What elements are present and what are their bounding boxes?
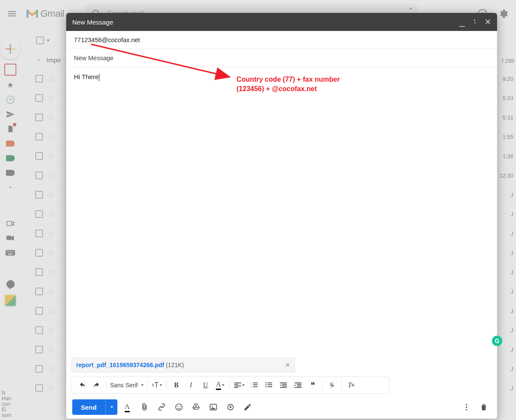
star-icon[interactable]: ☆ (47, 325, 55, 335)
compose-button[interactable] (0, 39, 21, 59)
svg-text:3: 3 (251, 386, 252, 388)
keyboard-icon[interactable] (5, 248, 15, 258)
italic-icon[interactable]: I (184, 378, 198, 392)
more-icon[interactable] (5, 182, 15, 193)
star-icon[interactable]: ☆ (47, 132, 55, 142)
menu-icon[interactable] (3, 4, 22, 23)
label1-icon[interactable] (5, 138, 15, 149)
align-icon[interactable] (233, 378, 246, 392)
attachment-chip[interactable]: report_pdf_1619659374266.pdf (121K) ✕ (71, 358, 295, 372)
to-field[interactable]: 77123456@cocofax.net (66, 31, 497, 49)
row-checkbox[interactable] (35, 288, 43, 295)
indent-less-icon[interactable] (276, 378, 290, 392)
starred-icon[interactable]: ★ (5, 80, 15, 90)
star-icon[interactable]: ☆ (47, 344, 55, 355)
svg-point-41 (212, 406, 213, 407)
star-icon[interactable]: ☆ (47, 267, 55, 277)
svg-point-38 (177, 406, 178, 407)
svg-rect-34 (297, 384, 301, 385)
video-icon[interactable] (5, 233, 15, 243)
svg-rect-10 (12, 251, 12, 252)
strikethrough-icon[interactable]: S (325, 378, 339, 392)
svg-point-45 (466, 406, 467, 408)
row-checkbox[interactable] (35, 113, 43, 121)
body-text: Hi There (74, 73, 98, 80)
minimize-icon[interactable]: _ (460, 21, 465, 23)
row-checkbox[interactable] (35, 346, 43, 353)
photo-icon[interactable] (206, 400, 221, 414)
send-options-icon[interactable] (105, 399, 117, 415)
star-icon[interactable]: ☆ (47, 93, 55, 103)
bold-icon[interactable]: B (169, 378, 183, 392)
format-toggle-icon[interactable]: A (120, 400, 135, 414)
avatar-icon[interactable] (4, 294, 17, 307)
attach-icon[interactable] (137, 400, 152, 414)
text-color-icon[interactable]: A (213, 378, 227, 392)
row-checkbox[interactable] (35, 230, 43, 237)
star-icon[interactable]: ☆ (47, 190, 55, 200)
redo-icon[interactable] (90, 378, 104, 392)
confidential-icon[interactable] (223, 400, 238, 414)
signature-icon[interactable] (240, 400, 255, 414)
select-dropdown-icon[interactable] (46, 40, 50, 42)
star-icon[interactable]: ☆ (47, 248, 55, 258)
compose-titlebar[interactable]: New Message _ ✕ (66, 13, 497, 31)
row-checkbox[interactable] (35, 172, 43, 179)
snoozed-icon[interactable]: 🕒 (5, 95, 15, 105)
row-checkbox[interactable] (35, 326, 43, 334)
link-icon[interactable] (154, 400, 169, 414)
emoji-icon[interactable] (172, 400, 186, 414)
star-icon[interactable]: ☆ (47, 151, 55, 161)
grammarly-icon[interactable]: G (492, 336, 502, 346)
subject-field[interactable]: New Message (66, 49, 497, 67)
hangouts-icon[interactable] (5, 279, 15, 290)
star-icon[interactable]: ☆ (47, 383, 55, 393)
indent-more-icon[interactable] (291, 378, 305, 392)
numbered-list-icon[interactable]: 123 (247, 378, 261, 392)
label2-icon[interactable] (5, 153, 15, 163)
row-checkbox[interactable] (35, 249, 43, 257)
star-icon[interactable]: ☆ (47, 364, 55, 374)
row-checkbox[interactable] (35, 365, 43, 373)
select-all-checkbox[interactable] (36, 37, 44, 44)
row-checkbox[interactable] (35, 133, 43, 141)
star-icon[interactable]: ☆ (47, 112, 55, 123)
row-checkbox[interactable] (35, 307, 43, 315)
close-icon[interactable]: ✕ (485, 17, 491, 27)
row-checkbox[interactable] (35, 94, 43, 102)
sent-icon[interactable] (5, 109, 15, 120)
more-options-icon[interactable] (459, 400, 474, 414)
svg-rect-14 (234, 384, 238, 385)
row-checkbox[interactable] (35, 191, 43, 199)
label3-icon[interactable] (5, 168, 15, 178)
star-icon[interactable]: ☆ (47, 209, 55, 219)
row-checkbox[interactable] (35, 152, 43, 160)
attachment-name: report_pdf_1619659374266.pdf (76, 362, 164, 368)
row-checkbox[interactable] (35, 268, 43, 276)
star-icon[interactable]: ☆ (47, 74, 55, 84)
row-checkbox[interactable] (35, 75, 43, 83)
compose-body[interactable]: Hi There (66, 67, 497, 358)
quote-icon[interactable]: ❝ (306, 378, 319, 392)
drive-icon[interactable] (189, 400, 203, 414)
underline-icon[interactable]: U (199, 378, 212, 392)
star-icon[interactable]: ☆ (47, 306, 55, 316)
remove-format-icon[interactable]: T✕ (344, 378, 358, 392)
camera-icon[interactable] (5, 218, 15, 229)
row-checkbox[interactable] (35, 384, 43, 392)
inbox-icon[interactable] (4, 64, 16, 76)
drafts-icon[interactable] (5, 124, 15, 134)
row-checkbox[interactable] (35, 210, 43, 218)
bulleted-list-icon[interactable] (262, 378, 276, 392)
popout-icon[interactable] (472, 18, 478, 26)
star-icon[interactable]: ☆ (47, 286, 55, 297)
discard-icon[interactable] (476, 400, 491, 414)
star-icon[interactable]: ☆ (47, 170, 55, 181)
remove-attachment-icon[interactable]: ✕ (285, 362, 290, 368)
undo-icon[interactable] (75, 378, 89, 392)
svg-rect-33 (295, 383, 301, 383)
send-button[interactable]: Send (72, 399, 117, 415)
star-icon[interactable]: ☆ (47, 228, 55, 239)
font-size-icon[interactable]: тT (150, 378, 164, 392)
font-selector[interactable]: Sans Serif (109, 378, 144, 392)
